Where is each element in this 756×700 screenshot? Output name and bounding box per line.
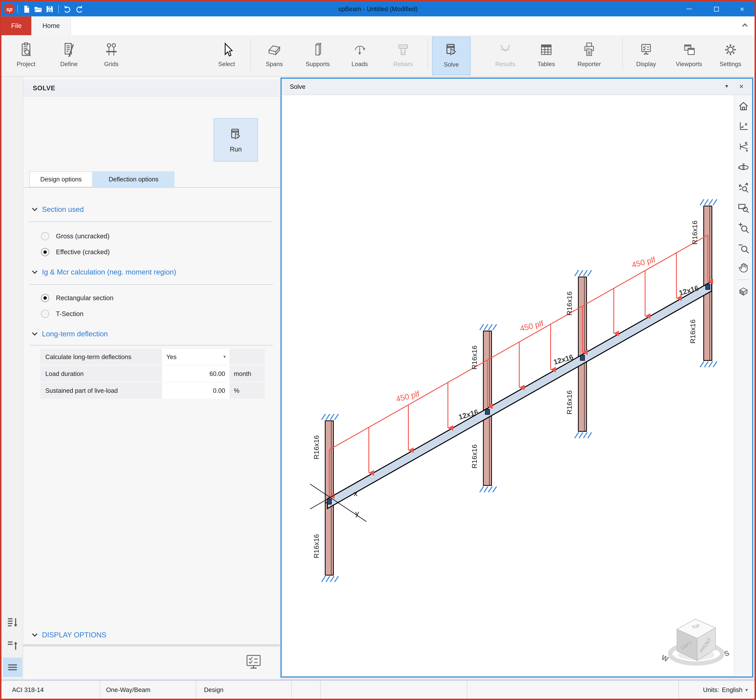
- column-label: R16x16: [312, 534, 320, 558]
- section-divider: [30, 284, 273, 284]
- display-options-heading[interactable]: DISPLAY OPTIONS: [33, 631, 106, 639]
- ig-mcr-heading[interactable]: Ig & Mcr calculation (neg. moment region…: [33, 268, 176, 276]
- radio-effective-cracked[interactable]: Effective (cracked): [41, 246, 110, 258]
- menu-icon[interactable]: [3, 658, 22, 677]
- gear-icon: [722, 37, 739, 58]
- ribbon-button-grids[interactable]: Grids: [94, 37, 129, 75]
- view-plane-icon[interactable]: [737, 120, 750, 133]
- panel-title: SOLVE: [33, 84, 55, 91]
- view-iso-icon[interactable]: [737, 141, 750, 153]
- viewport-title: Solve: [290, 83, 306, 90]
- row-unit: month: [229, 366, 265, 382]
- undo-icon[interactable]: [62, 3, 73, 15]
- tab-deflection-options[interactable]: Deflection options: [92, 171, 175, 187]
- row-unit: %: [229, 383, 265, 398]
- toolbar-separator: [737, 280, 750, 280]
- display-options-icon[interactable]: [244, 654, 264, 670]
- ribbon-button-display[interactable]: Display: [629, 37, 663, 75]
- ribbon-button-rebars: Rebars: [386, 37, 421, 75]
- ribbon-button-project[interactable]: Project: [9, 37, 43, 75]
- solve-viewport-panel: Solve ▾ ×: [281, 78, 753, 677]
- loads-icon: [351, 37, 368, 58]
- orbit-icon[interactable]: [737, 161, 750, 173]
- radio-rectangular-section[interactable]: Rectangular section: [41, 292, 114, 304]
- units-dropdown[interactable]: Units: English ▾: [679, 681, 754, 699]
- chevron-down-icon: [32, 268, 37, 274]
- sustained-live-load-field[interactable]: 0.00: [162, 383, 229, 398]
- tab-design-options[interactable]: Design options: [30, 171, 92, 187]
- ribbon: Project Define Grids Select Spans Suppor…: [2, 35, 754, 77]
- ribbon-button-supports[interactable]: Supports: [301, 37, 335, 75]
- maximize-icon[interactable]: [705, 2, 728, 16]
- load-duration-field[interactable]: 60.00: [162, 366, 229, 382]
- home-icon[interactable]: [737, 100, 750, 112]
- ribbon-button-tables[interactable]: Tables: [529, 37, 564, 75]
- options-tabs: Design options Deflection options: [30, 171, 175, 187]
- minimize-icon[interactable]: [678, 2, 700, 16]
- status-cell-empty: [321, 681, 467, 699]
- pan-icon[interactable]: [737, 261, 750, 274]
- spans-icon: [266, 37, 282, 58]
- expand-sections-icon[interactable]: [6, 639, 19, 652]
- tabs-divider: [23, 187, 280, 188]
- render-cube-icon[interactable]: [737, 284, 750, 297]
- ribbon-button-viewports[interactable]: Viewports: [672, 37, 706, 75]
- ribbon-button-select[interactable]: Select: [209, 37, 244, 75]
- status-system-type: One-Way/Beam: [100, 681, 196, 699]
- ribbon-button-loads[interactable]: Loads: [342, 37, 377, 75]
- open-folder-icon[interactable]: [32, 3, 44, 15]
- titlebar-separator: [17, 5, 18, 13]
- view-cube[interactable]: Top LEFT FRONT W S: [660, 619, 730, 663]
- collapse-ribbon-icon[interactable]: [743, 24, 748, 29]
- zoom-extents-icon[interactable]: [737, 181, 750, 194]
- chevron-down-icon: ▾: [745, 687, 748, 692]
- status-design-code: ACI 318-14: [2, 681, 100, 699]
- ribbon-button-settings[interactable]: Settings: [713, 37, 748, 75]
- viewport-close-icon[interactable]: ×: [739, 82, 744, 90]
- save-icon[interactable]: [44, 3, 55, 15]
- status-cell-empty: [467, 681, 679, 699]
- close-icon[interactable]: ×: [731, 2, 753, 16]
- solve-3d-canvas[interactable]: 450 plf 450 plf 450 plf 12x16 12x16 12x1…: [282, 95, 734, 677]
- tab-home[interactable]: Home: [31, 16, 71, 35]
- table-row: Sustained part of live-load 0.00 %: [40, 383, 265, 398]
- radio-gross-uncracked[interactable]: Gross (uncracked): [41, 230, 109, 242]
- zoom-in-icon[interactable]: [737, 222, 750, 234]
- section-used-heading[interactable]: Section used: [33, 205, 84, 213]
- chevron-down-icon: [32, 205, 37, 211]
- ribbon-button-results: Results: [488, 37, 522, 75]
- radio-t-section[interactable]: T-Section: [41, 308, 84, 319]
- collapse-sections-icon[interactable]: [6, 616, 19, 630]
- supports-icon: [310, 37, 326, 58]
- select-cursor-icon: [218, 37, 235, 58]
- redo-icon[interactable]: [73, 3, 85, 15]
- column-label: R16x16: [566, 390, 573, 414]
- column-label: R16x16: [566, 292, 573, 316]
- new-file-icon[interactable]: [21, 3, 32, 15]
- zoom-out-icon[interactable]: [737, 242, 750, 255]
- display-options-divider: [23, 644, 280, 647]
- section-divider: [30, 345, 273, 345]
- window-border-left: [0, 0, 2, 700]
- units-value: English: [722, 686, 743, 693]
- column-label: R16x16: [312, 435, 320, 459]
- project-icon: [18, 37, 34, 58]
- radio-selected-icon: [41, 248, 49, 256]
- ribbon-button-define[interactable]: Define: [51, 37, 86, 75]
- load-label: 450 plf: [631, 255, 656, 269]
- load-label: 450 plf: [519, 319, 544, 333]
- zoom-window-icon[interactable]: [737, 201, 750, 214]
- long-term-heading[interactable]: Long-term deflection: [33, 330, 108, 338]
- beam[interactable]: [327, 281, 712, 509]
- run-button[interactable]: Run: [214, 118, 258, 162]
- load-lines: [329, 235, 708, 496]
- ribbon-button-reporter[interactable]: Reporter ⌄: [570, 37, 608, 75]
- radio-selected-icon: [41, 294, 49, 302]
- viewport-menu-icon[interactable]: ▾: [725, 83, 728, 89]
- tab-file[interactable]: File: [2, 16, 31, 35]
- window-border-top: [0, 0, 756, 2]
- ribbon-button-spans[interactable]: Spans: [257, 37, 291, 75]
- calculate-deflections-dropdown[interactable]: Yes ▾: [162, 349, 229, 365]
- reporter-dropdown-icon[interactable]: ⌄: [587, 50, 591, 55]
- ribbon-button-solve[interactable]: Solve: [432, 37, 471, 75]
